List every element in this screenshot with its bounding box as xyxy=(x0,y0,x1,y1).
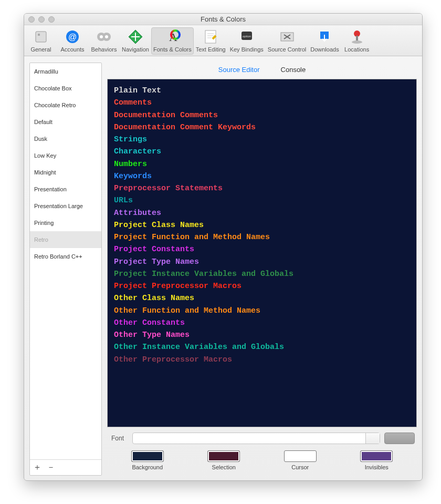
main-panel: Source Editor Console Plain TextComments… xyxy=(107,63,417,476)
swatch-cursor-label: Cursor xyxy=(291,464,309,470)
swatch-cursor-color[interactable] xyxy=(284,450,317,462)
svg-rect-17 xyxy=(356,36,358,41)
syntax-category[interactable]: Other Function and Method Names xyxy=(114,305,410,317)
swatch-invisibles-label: Invisibles xyxy=(365,464,388,470)
toolbar-item-fonts-colors[interactable]: AFonts & Colors xyxy=(151,27,194,55)
zoom-icon[interactable] xyxy=(48,16,55,23)
toolbar-label: Behaviors xyxy=(91,46,117,53)
toolbar-icon xyxy=(202,28,219,45)
syntax-category[interactable]: Project Class Names xyxy=(114,219,410,231)
toolbar-item-accounts[interactable]: @Accounts xyxy=(57,27,88,55)
syntax-category[interactable]: Project Constants xyxy=(114,243,410,255)
syntax-category[interactable]: Documentation Comments xyxy=(114,109,410,121)
toolbar-icon: A xyxy=(164,28,181,45)
toolbar-label: Navigation xyxy=(122,46,149,53)
syntax-category[interactable]: Other Preprocessor Macros xyxy=(114,354,410,366)
toolbar-label: Downloads xyxy=(310,46,339,53)
svg-rect-0 xyxy=(36,32,46,42)
toolbar-item-behaviors[interactable]: Behaviors xyxy=(88,27,120,55)
font-row: Font xyxy=(107,427,417,449)
titlebar: Fonts & Colors xyxy=(24,14,422,25)
syntax-category[interactable]: Documentation Comment Keywords xyxy=(114,121,410,133)
minimize-icon[interactable] xyxy=(38,16,45,23)
svg-text:option: option xyxy=(243,35,251,38)
toolbar-icon: option xyxy=(238,28,255,45)
sidebar-footer: ＋ － xyxy=(30,459,101,475)
content: ArmadilluChocolate BoxChocolate RetroDef… xyxy=(24,56,422,481)
editor-tabs: Source Editor Console xyxy=(107,63,417,79)
syntax-category[interactable]: Characters xyxy=(114,146,410,158)
theme-item[interactable]: Armadillu xyxy=(30,63,101,80)
syntax-category[interactable]: Project Preprocessor Macros xyxy=(114,280,410,292)
close-icon[interactable] xyxy=(28,16,35,23)
font-size-stepper[interactable] xyxy=(384,433,415,444)
syntax-preview[interactable]: Plain TextCommentsDocumentation Comments… xyxy=(107,79,417,427)
theme-item[interactable]: Presentation xyxy=(30,181,101,198)
syntax-category[interactable]: Project Type Names xyxy=(114,256,410,268)
swatch-selection[interactable]: Selection xyxy=(207,450,240,470)
toolbar: General@AccountsBehaviorsNavigationAFont… xyxy=(24,25,422,56)
font-field[interactable] xyxy=(132,433,380,444)
syntax-category[interactable]: Comments xyxy=(114,97,410,109)
swatch-background-color[interactable] xyxy=(131,450,164,462)
toolbar-item-general[interactable]: General xyxy=(25,27,57,55)
toolbar-icon xyxy=(279,28,296,45)
syntax-category[interactable]: Project Instance Variables and Globals xyxy=(114,268,410,280)
syntax-category[interactable]: Attributes xyxy=(114,207,410,219)
toolbar-icon: @ xyxy=(64,28,81,45)
toolbar-label: Fonts & Colors xyxy=(153,46,192,53)
toolbar-label: Accounts xyxy=(60,46,84,53)
syntax-category[interactable]: Other Instance Variables and Globals xyxy=(114,341,410,353)
toolbar-icon xyxy=(349,28,365,45)
syntax-category[interactable]: Strings xyxy=(114,133,410,146)
toolbar-item-navigation[interactable]: Navigation xyxy=(120,27,151,55)
swatch-invisibles[interactable]: Invisibles xyxy=(360,450,393,470)
theme-item[interactable]: Default xyxy=(30,114,101,130)
toolbar-label: General xyxy=(30,46,51,53)
theme-item[interactable]: Presentation Large xyxy=(30,198,101,214)
toolbar-item-downloads[interactable]: Downloads xyxy=(308,27,341,55)
theme-item[interactable]: Midnight xyxy=(30,164,101,181)
tab-console[interactable]: Console xyxy=(281,66,306,74)
theme-item[interactable]: Retro xyxy=(30,231,101,248)
toolbar-icon xyxy=(96,28,112,45)
swatch-background[interactable]: Background xyxy=(131,450,164,470)
preferences-window: Fonts & Colors General@AccountsBehaviors… xyxy=(24,13,423,481)
theme-sidebar: ArmadilluChocolate BoxChocolate RetroDef… xyxy=(29,63,102,476)
toolbar-label: Locations xyxy=(344,46,369,53)
toolbar-label: Text Editing xyxy=(196,46,226,53)
theme-item[interactable]: Chocolate Retro xyxy=(30,97,101,114)
syntax-category[interactable]: Project Function and Method Names xyxy=(114,231,410,243)
add-theme-button[interactable]: ＋ xyxy=(33,462,41,473)
syntax-category[interactable]: Other Constants xyxy=(114,317,410,329)
svg-rect-1 xyxy=(38,34,40,36)
tab-source-editor[interactable]: Source Editor xyxy=(218,66,260,74)
syntax-category[interactable]: Other Class Names xyxy=(114,292,410,304)
theme-item[interactable]: Retro Borland C++ xyxy=(30,248,101,265)
theme-item[interactable]: Printing xyxy=(30,214,101,231)
window-controls xyxy=(28,16,55,23)
toolbar-icon xyxy=(316,28,333,45)
swatch-cursor[interactable]: Cursor xyxy=(284,450,317,470)
theme-item[interactable]: Chocolate Box xyxy=(30,80,101,97)
syntax-category[interactable]: Numbers xyxy=(114,158,410,170)
swatch-selection-label: Selection xyxy=(212,464,236,470)
syntax-category[interactable]: Other Type Names xyxy=(114,329,410,341)
remove-theme-button[interactable]: － xyxy=(47,462,55,473)
toolbar-label: Source Control xyxy=(268,46,306,53)
toolbar-item-text-editing[interactable]: Text Editing xyxy=(194,27,228,55)
toolbar-item-locations[interactable]: Locations xyxy=(341,27,373,55)
theme-item[interactable]: Dusk xyxy=(30,130,101,147)
syntax-category[interactable]: Keywords xyxy=(114,170,410,182)
swatch-invisibles-color[interactable] xyxy=(360,450,393,462)
font-label: Font xyxy=(109,435,128,442)
toolbar-item-source-control[interactable]: Source Control xyxy=(266,27,308,55)
syntax-category[interactable]: URLs xyxy=(114,194,410,207)
syntax-category[interactable]: Preprocessor Statements xyxy=(114,182,410,194)
toolbar-label: Key Bindings xyxy=(230,46,264,53)
toolbar-item-key-bindings[interactable]: optionKey Bindings xyxy=(228,27,266,55)
theme-item[interactable]: Low Key xyxy=(30,147,101,164)
swatch-selection-color[interactable] xyxy=(207,450,240,462)
theme-list[interactable]: ArmadilluChocolate BoxChocolate RetroDef… xyxy=(30,63,101,459)
syntax-category[interactable]: Plain Text xyxy=(114,85,410,97)
